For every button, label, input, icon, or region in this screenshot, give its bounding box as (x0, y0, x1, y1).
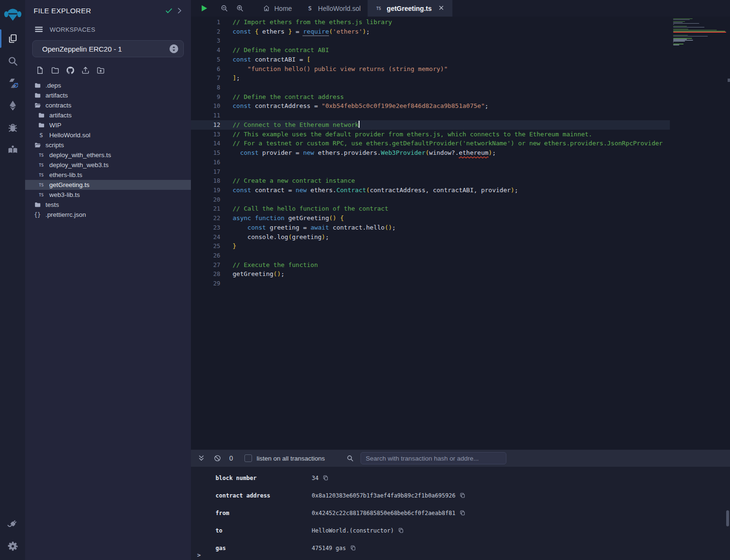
code-text (220, 83, 233, 92)
code-line-6[interactable]: 6 "function hello() public view returns … (191, 64, 670, 74)
code-line-5[interactable]: 5const contractABI = [ (191, 55, 670, 64)
sidebar-item-debugger[interactable] (0, 116, 25, 139)
tree-item-web3-lib-ts[interactable]: TSweb3-lib.ts (25, 190, 191, 200)
minimap[interactable] (673, 17, 726, 46)
tree-item-tests[interactable]: tests (25, 200, 191, 210)
sidebar-item-learneth[interactable] (0, 139, 25, 161)
new-folder-button[interactable] (50, 65, 60, 75)
code-line-12[interactable]: 12// Connect to the Ethereum network (191, 120, 670, 130)
code-line-11[interactable]: 11 (191, 111, 670, 120)
tree-item--deps[interactable]: .deps (25, 80, 191, 90)
publish-to-gist-button[interactable] (65, 65, 75, 75)
editor-scrollbar[interactable] (728, 79, 730, 82)
tree-item-artifacts[interactable]: artifacts (25, 110, 191, 120)
code-line-25[interactable]: 25} (191, 241, 670, 251)
chevron-right-icon (175, 7, 183, 15)
panel-expand-button[interactable] (174, 5, 184, 16)
code-line-22[interactable]: 22async function getGreeting() { (191, 213, 670, 223)
tab-helloworld-sol[interactable]: SHelloWorld.sol (299, 0, 368, 17)
bug-icon (7, 122, 18, 133)
tree-item-deploy-with-web3-ts[interactable]: TSdeploy_with_web3.ts (25, 160, 191, 170)
terminal-prompt[interactable]: > (197, 551, 201, 559)
code-line-18[interactable]: 18// Create a new contract instance (191, 176, 670, 186)
copy-icon[interactable] (323, 475, 329, 481)
tab-getgreeting-ts[interactable]: TSgetGreeting.ts (368, 0, 452, 17)
folder-open-icon (34, 102, 41, 109)
code-line-24[interactable]: 24 console.log(greeting); (191, 232, 670, 242)
code-line-29[interactable]: 29 (191, 279, 670, 288)
tx-detail-row-contract-address: contract address0x8a120383e6057b1f3aef4f… (191, 487, 730, 504)
ethereum-icon (7, 100, 18, 111)
tree-item-deploy-with-ethers-ts[interactable]: TSdeploy_with_ethers.ts (25, 150, 191, 160)
clear-console-button[interactable] (213, 454, 222, 462)
code-line-9[interactable]: 9// Define the contract address (191, 92, 670, 102)
tree-item-scripts[interactable]: scripts (25, 140, 191, 150)
sidebar-item-plugin-manager[interactable] (0, 513, 25, 535)
tree-item-artifacts[interactable]: artifacts (25, 90, 191, 100)
tx-detail-key: to (216, 527, 312, 534)
tree-item--prettierrc-json[interactable]: {}.prettierrc.json (25, 210, 191, 220)
copy-icon[interactable] (350, 545, 357, 551)
ts-icon: TS (37, 191, 45, 199)
sol-icon: S (37, 132, 45, 139)
copy-icon[interactable] (398, 527, 405, 534)
code-line-10[interactable]: 10const contractAddress = "0xb54febb5c0c… (191, 101, 670, 111)
sidebar-item-search[interactable] (0, 50, 25, 72)
sidebar-item-deploy-run[interactable] (0, 94, 25, 116)
plug-icon (7, 518, 18, 530)
line-number: 26 (191, 251, 220, 260)
github-icon (66, 66, 75, 75)
copy-icon[interactable] (460, 510, 466, 516)
code-line-17[interactable]: 17 (191, 167, 670, 177)
zoom-in-button[interactable] (234, 3, 245, 14)
terminal-scrollbar[interactable] (726, 510, 729, 526)
code-line-14[interactable]: 14// For a testnet or custom RPC, use et… (191, 139, 670, 148)
workspace-ok-button[interactable] (163, 5, 174, 16)
zoom-out-button[interactable] (219, 3, 229, 14)
code-line-4[interactable]: 4// Define the contract ABI (191, 45, 670, 55)
ts-icon: TS (37, 161, 45, 169)
copy-icon[interactable] (460, 492, 466, 499)
tree-item-ethers-lib-ts[interactable]: TSethers-lib.ts (25, 170, 191, 180)
code-editor[interactable]: 1// Import ethers from the ethers.js lib… (191, 17, 730, 450)
terminal-search-input[interactable] (360, 452, 506, 464)
tx-detail-value-text: 0x42452c22c88178685850e68beb6cf0f2aeab8f… (312, 510, 455, 516)
code-line-1[interactable]: 1// Import ethers from the ethers.js lib… (191, 18, 670, 27)
run-script-button[interactable] (198, 3, 209, 14)
tree-item-getgreeting-ts[interactable]: TSgetGreeting.ts (25, 180, 191, 190)
upload-folder-button[interactable] (96, 65, 105, 75)
code-line-28[interactable]: 28getGreeting(); (191, 269, 670, 279)
code-line-3[interactable]: 3 (191, 36, 670, 45)
code-line-2[interactable]: 2const { ethers } = require('ethers'); (191, 27, 670, 36)
new-file-button[interactable] (35, 65, 45, 75)
code-line-21[interactable]: 21// Call the hello function of the cont… (191, 204, 670, 213)
tree-item-label: contracts (45, 102, 72, 109)
remix-logo-icon (0, 0, 25, 27)
sidebar-item-solidity-compiler[interactable] (0, 72, 25, 94)
code-line-7[interactable]: 7]; (191, 73, 670, 83)
code-line-23[interactable]: 23 const greeting = await contract.hello… (191, 223, 670, 232)
code-text: getGreeting(); (220, 269, 285, 279)
code-line-26[interactable]: 26 (191, 251, 670, 260)
terminal-collapse-button[interactable] (197, 454, 206, 462)
code-line-19[interactable]: 19const contract = new ethers.Contract(c… (191, 186, 670, 195)
sidebar-item-settings[interactable] (0, 535, 25, 557)
listen-transactions-checkbox[interactable] (244, 454, 252, 462)
code-line-13[interactable]: 13// This example uses the default provi… (191, 130, 670, 139)
upload-file-button[interactable] (81, 65, 90, 75)
tree-item-helloworld-sol[interactable]: SHelloWorld.sol (25, 130, 191, 140)
code-line-15[interactable]: 15 const provider = new ethers.providers… (191, 148, 670, 158)
sidebar-item-file-explorer[interactable] (0, 27, 25, 50)
code-line-27[interactable]: 27// Execute the function (191, 260, 670, 270)
code-line-20[interactable]: 20 (191, 195, 670, 204)
tree-item-contracts[interactable]: contracts (25, 100, 191, 110)
close-tab-icon[interactable] (438, 5, 445, 12)
workspaces-menu-button[interactable] (34, 25, 44, 34)
code-text: // Define the contract ABI (220, 45, 329, 55)
tab-home[interactable]: Home (255, 0, 299, 17)
home-icon (262, 5, 270, 12)
code-line-16[interactable]: 16 (191, 158, 670, 167)
tree-item-wip[interactable]: WIP (25, 120, 191, 130)
workspace-select[interactable]: OpenZeppelin ERC20 - 1 (32, 40, 184, 57)
code-line-8[interactable]: 8 (191, 83, 670, 92)
